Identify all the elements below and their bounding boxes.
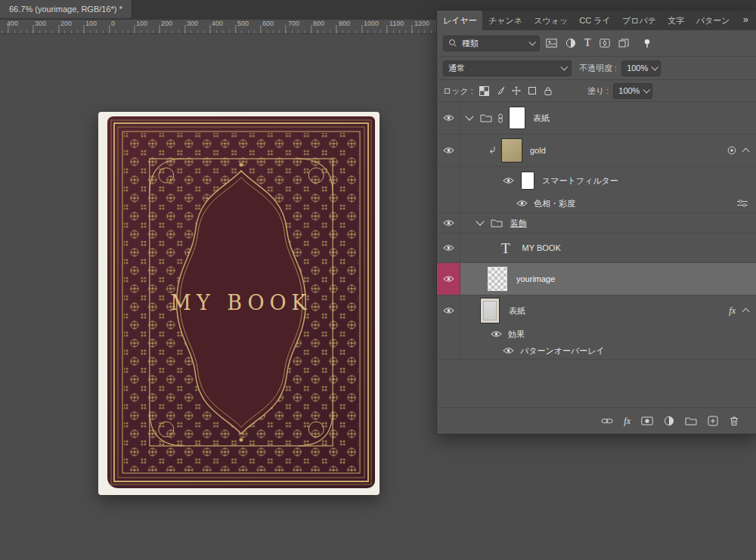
lock-buttons [479,86,553,96]
visibility-toggle[interactable] [437,234,460,262]
collapse-chevron-icon[interactable] [742,308,750,316]
adjustment-layer-filter-icon[interactable] [565,38,576,48]
layer-thumbnail[interactable] [480,298,500,323]
visibility-toggle[interactable] [437,263,460,295]
lock-artboard-icon[interactable] [528,86,537,95]
layer-filter-row: 種類 T [437,30,756,57]
ruler-label: 300 [35,20,46,27]
layer-thumbnail[interactable] [501,138,522,162]
layer-row-gold[interactable]: gold [437,135,756,167]
eye-icon[interactable] [491,330,502,338]
text-layer-filter-icon[interactable]: T [584,38,591,48]
clipping-mask-arrow-icon [488,146,497,155]
visibility-toggle[interactable] [437,102,460,134]
smart-filter-thumbnail[interactable] [521,172,534,190]
pixel-layer-filter-icon[interactable] [546,39,557,48]
eye-icon [443,244,454,252]
ruler-label: 800 [313,20,324,27]
tab-properties[interactable]: プロパテ [616,11,662,30]
tab-layers[interactable]: レイヤー [437,11,482,30]
visibility-toggle[interactable] [437,295,460,326]
ruler-label: 500 [237,20,249,27]
visibility-toggle[interactable] [437,213,460,233]
chevron-down-icon [560,63,567,70]
tab-character[interactable]: 文字 [662,11,690,30]
layer-name: 装飾 [510,218,527,229]
lock-label: ロック : [443,85,473,97]
empty-visibility-cell[interactable] [437,194,460,212]
layers-panel: レイヤー チャンネ スウォッ CC ライ プロパテ 文字 パターン » 種類 T [437,11,756,434]
layer-row-my-book-text[interactable]: T MY BOOK [437,234,756,263]
layer-row-hue-saturation[interactable]: 色相・彩度 [437,194,756,213]
blend-mode-select[interactable]: 通常 [443,60,572,76]
text-layer-icon[interactable]: T [501,241,510,255]
shape-layer-filter-icon[interactable] [600,39,610,48]
empty-visibility-cell[interactable] [437,326,460,342]
folder-icon [491,218,503,227]
group-mask-thumbnail[interactable] [509,107,525,129]
layer-row-effects[interactable]: 効果 [437,326,756,342]
layer-row-pattern-overlay[interactable]: パターンオーバーレイ [437,342,756,360]
fill-input[interactable]: 100% [613,83,652,99]
document-tab[interactable]: 66.7% (yourimage, RGB/16*) * [0,0,132,18]
blend-mode-value: 通常 [448,63,465,74]
new-adjustment-layer-icon[interactable] [664,416,674,426]
eye-icon[interactable] [503,347,514,354]
opacity-input[interactable]: 100% [621,60,661,76]
blend-options-row: 通常 不透明度 : 100% [437,57,756,80]
new-layer-icon[interactable] [708,416,718,426]
ruler-label: 900 [339,20,350,27]
tab-channels[interactable]: チャンネ [482,11,528,30]
empty-visibility-cell[interactable] [437,167,460,194]
layer-list: 表紙 gold [437,102,756,407]
add-layer-style-button[interactable]: fx [624,416,631,427]
lock-all-icon[interactable] [544,86,553,96]
layer-style-fx-badge[interactable]: fx [729,305,736,317]
ruler-label: 100 [136,20,147,27]
ruler-label: 300 [187,20,198,27]
empty-visibility-cell[interactable] [437,342,460,359]
smart-filter-badge-icon[interactable] [727,146,736,155]
fill-value: 100% [618,86,640,95]
layer-name: 表紙 [533,113,550,124]
disclosure-triangle[interactable] [476,217,484,225]
layer-filter-type-dropdown[interactable]: 種類 [443,36,540,51]
collapse-chevron-icon[interactable] [742,148,750,156]
new-group-folder-icon[interactable] [685,416,697,425]
link-layers-icon[interactable] [601,417,613,425]
panel-tab-bar: レイヤー チャンネ スウォッ CC ライ プロパテ 文字 パターン » [437,11,756,31]
lock-position-move-icon[interactable] [512,86,521,95]
filter-name: 色相・彩度 [534,198,575,209]
filter-settings-sliders-icon[interactable] [736,199,748,208]
lock-transparency-icon[interactable] [479,86,489,96]
transparent-layer-thumbnail[interactable] [488,267,507,291]
layer-row-group-cover[interactable]: 表紙 [437,102,756,135]
disclosure-triangle[interactable] [465,112,473,120]
visibility-toggle[interactable] [437,135,460,166]
layer-row-cover-base[interactable]: 表紙 fx [437,295,756,326]
layer-row-group-decoration[interactable]: 装飾 [437,213,756,234]
smart-object-filter-icon[interactable] [618,39,629,48]
eye-icon[interactable] [516,200,528,207]
panel-overflow-button[interactable]: » [736,11,756,30]
layer-row-smart-filters[interactable]: スマートフィルター [437,167,756,194]
opacity-label: 不透明度 : [579,63,617,74]
book-title-text: MY BOOK [170,291,311,314]
tab-patterns[interactable]: パターン [690,11,736,30]
opacity-value: 100% [627,63,648,73]
layers-panel-footer: fx [437,407,756,434]
layer-row-yourimage-selected[interactable]: yourimage [437,263,756,295]
tab-cc-libraries[interactable]: CC ライ [573,11,616,30]
ruler-label: 100 [85,20,97,27]
filter-toggle-pin-icon[interactable] [643,39,651,48]
layer-name: MY BOOK [522,243,561,252]
ruler-label: 400 [212,20,223,27]
lock-pixels-brush-icon[interactable] [496,86,505,95]
eye-icon [443,275,454,283]
add-layer-mask-icon[interactable] [641,416,653,425]
filter-type-label: 種類 [462,38,479,49]
delete-layer-trash-icon[interactable] [729,416,739,426]
eye-icon[interactable] [503,177,514,184]
fill-label: 塗り : [587,85,609,97]
tab-swatches[interactable]: スウォッ [528,11,573,30]
